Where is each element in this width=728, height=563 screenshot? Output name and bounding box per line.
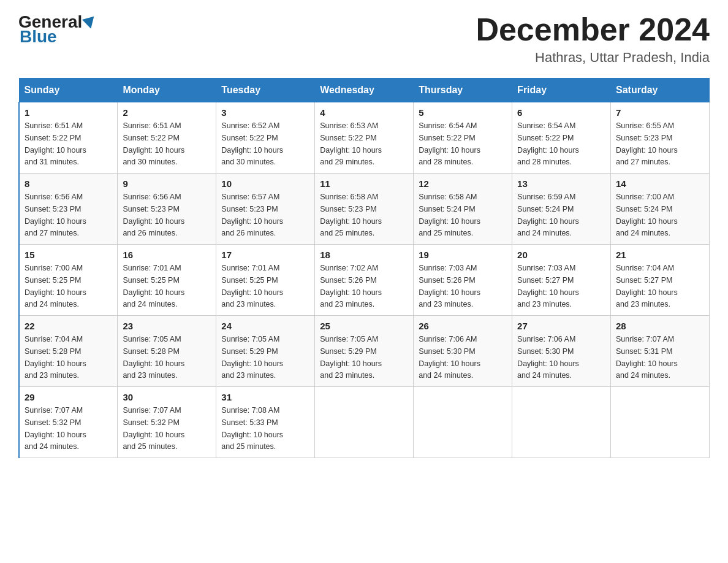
day-info: Sunrise: 7:07 AMSunset: 5:31 PMDaylight:…: [616, 335, 678, 380]
day-number: 9: [123, 178, 211, 189]
table-row: 9 Sunrise: 6:56 AMSunset: 5:23 PMDayligh…: [118, 174, 216, 245]
day-number: 21: [616, 250, 704, 260]
day-number: 18: [320, 250, 408, 260]
table-row: 4 Sunrise: 6:53 AMSunset: 5:22 PMDayligh…: [315, 102, 414, 174]
day-info: Sunrise: 6:58 AMSunset: 5:23 PMDaylight:…: [320, 193, 382, 237]
table-row: 18 Sunrise: 7:02 AMSunset: 5:26 PMDaylig…: [315, 245, 414, 316]
table-row: 24 Sunrise: 7:05 AMSunset: 5:29 PMDaylig…: [216, 316, 315, 387]
calendar-table: Sunday Monday Tuesday Wednesday Thursday…: [18, 78, 710, 458]
day-number: 10: [221, 178, 309, 189]
table-row: 12 Sunrise: 6:58 AMSunset: 5:24 PMDaylig…: [414, 174, 512, 245]
day-number: 26: [419, 321, 507, 331]
day-number: 31: [221, 392, 309, 402]
day-number: 19: [419, 250, 507, 260]
day-info: Sunrise: 7:05 AMSunset: 5:28 PMDaylight:…: [123, 335, 184, 380]
day-info: Sunrise: 7:04 AMSunset: 5:27 PMDaylight:…: [616, 264, 678, 308]
day-info: Sunrise: 6:51 AMSunset: 5:22 PMDaylight:…: [123, 121, 184, 166]
table-row: [512, 387, 611, 458]
table-row: 6 Sunrise: 6:54 AMSunset: 5:22 PMDayligh…: [512, 102, 611, 174]
day-number: 8: [25, 178, 112, 189]
day-number: 25: [320, 321, 408, 331]
day-info: Sunrise: 6:56 AMSunset: 5:23 PMDaylight:…: [123, 193, 184, 237]
day-number: 15: [25, 250, 112, 260]
day-number: 13: [517, 178, 605, 189]
table-row: 8 Sunrise: 6:56 AMSunset: 5:23 PMDayligh…: [19, 174, 118, 245]
table-row: 29 Sunrise: 7:07 AMSunset: 5:32 PMDaylig…: [19, 387, 118, 458]
table-row: 30 Sunrise: 7:07 AMSunset: 5:32 PMDaylig…: [118, 387, 216, 458]
table-row: 3 Sunrise: 6:52 AMSunset: 5:22 PMDayligh…: [216, 102, 315, 174]
day-info: Sunrise: 7:01 AMSunset: 5:25 PMDaylight:…: [123, 264, 184, 308]
day-info: Sunrise: 7:03 AMSunset: 5:27 PMDaylight:…: [517, 264, 579, 308]
table-row: 22 Sunrise: 7:04 AMSunset: 5:28 PMDaylig…: [19, 316, 118, 387]
header-thursday: Thursday: [414, 79, 512, 102]
header-sunday: Sunday: [19, 79, 118, 102]
day-info: Sunrise: 7:01 AMSunset: 5:25 PMDaylight:…: [221, 264, 283, 308]
table-row: 16 Sunrise: 7:01 AMSunset: 5:25 PMDaylig…: [118, 245, 216, 316]
day-number: 17: [221, 250, 309, 260]
month-title: December 2024: [476, 12, 710, 47]
day-info: Sunrise: 7:08 AMSunset: 5:33 PMDaylight:…: [221, 406, 283, 451]
table-row: 1 Sunrise: 6:51 AMSunset: 5:22 PMDayligh…: [19, 102, 118, 174]
location-title: Hathras, Uttar Pradesh, India: [476, 50, 710, 66]
table-row: 2 Sunrise: 6:51 AMSunset: 5:22 PMDayligh…: [118, 102, 216, 174]
day-number: 16: [123, 250, 211, 260]
table-row: 26 Sunrise: 7:06 AMSunset: 5:30 PMDaylig…: [414, 316, 512, 387]
header-saturday: Saturday: [611, 79, 710, 102]
day-info: Sunrise: 6:56 AMSunset: 5:23 PMDaylight:…: [25, 193, 86, 237]
header-tuesday: Tuesday: [216, 79, 315, 102]
table-row: 23 Sunrise: 7:05 AMSunset: 5:28 PMDaylig…: [118, 316, 216, 387]
table-row: 17 Sunrise: 7:01 AMSunset: 5:25 PMDaylig…: [216, 245, 315, 316]
day-number: 27: [517, 321, 605, 331]
day-info: Sunrise: 6:53 AMSunset: 5:22 PMDaylight:…: [320, 121, 382, 166]
day-number: 2: [123, 107, 211, 118]
day-info: Sunrise: 7:05 AMSunset: 5:29 PMDaylight:…: [320, 335, 382, 380]
day-number: 4: [320, 107, 408, 118]
day-number: 6: [517, 107, 605, 118]
day-info: Sunrise: 6:52 AMSunset: 5:22 PMDaylight:…: [221, 121, 283, 166]
table-row: 10 Sunrise: 6:57 AMSunset: 5:23 PMDaylig…: [216, 174, 315, 245]
day-number: 1: [25, 107, 112, 118]
day-info: Sunrise: 7:04 AMSunset: 5:28 PMDaylight:…: [25, 335, 86, 380]
header-monday: Monday: [118, 79, 216, 102]
day-info: Sunrise: 7:05 AMSunset: 5:29 PMDaylight:…: [221, 335, 283, 380]
calendar-week-row: 1 Sunrise: 6:51 AMSunset: 5:22 PMDayligh…: [19, 102, 710, 174]
day-number: 24: [221, 321, 309, 331]
table-row: 28 Sunrise: 7:07 AMSunset: 5:31 PMDaylig…: [611, 316, 710, 387]
header-friday: Friday: [512, 79, 611, 102]
table-row: 20 Sunrise: 7:03 AMSunset: 5:27 PMDaylig…: [512, 245, 611, 316]
calendar-week-row: 15 Sunrise: 7:00 AMSunset: 5:25 PMDaylig…: [19, 245, 710, 316]
day-number: 7: [616, 107, 704, 118]
table-row: 31 Sunrise: 7:08 AMSunset: 5:33 PMDaylig…: [216, 387, 315, 458]
table-row: 19 Sunrise: 7:03 AMSunset: 5:26 PMDaylig…: [414, 245, 512, 316]
day-info: Sunrise: 6:51 AMSunset: 5:22 PMDaylight:…: [25, 121, 86, 166]
day-info: Sunrise: 7:00 AMSunset: 5:24 PMDaylight:…: [616, 193, 678, 237]
table-row: 14 Sunrise: 7:00 AMSunset: 5:24 PMDaylig…: [611, 174, 710, 245]
day-info: Sunrise: 6:54 AMSunset: 5:22 PMDaylight:…: [517, 121, 579, 166]
calendar-header-row: Sunday Monday Tuesday Wednesday Thursday…: [19, 79, 710, 102]
day-number: 29: [25, 392, 112, 402]
table-row: [315, 387, 414, 458]
table-row: [414, 387, 512, 458]
table-row: 21 Sunrise: 7:04 AMSunset: 5:27 PMDaylig…: [611, 245, 710, 316]
day-info: Sunrise: 7:06 AMSunset: 5:30 PMDaylight:…: [517, 335, 579, 380]
header-wednesday: Wednesday: [315, 79, 414, 102]
table-row: 7 Sunrise: 6:55 AMSunset: 5:23 PMDayligh…: [611, 102, 710, 174]
logo-triangle-icon: [82, 17, 97, 31]
day-number: 14: [616, 178, 704, 189]
day-info: Sunrise: 7:02 AMSunset: 5:26 PMDaylight:…: [320, 264, 382, 308]
table-row: [611, 387, 710, 458]
day-number: 11: [320, 178, 408, 189]
logo: General Blue: [18, 12, 96, 47]
day-number: 12: [419, 178, 507, 189]
day-info: Sunrise: 7:00 AMSunset: 5:25 PMDaylight:…: [25, 264, 86, 308]
day-number: 30: [123, 392, 211, 402]
day-info: Sunrise: 6:59 AMSunset: 5:24 PMDaylight:…: [517, 193, 579, 237]
table-row: 27 Sunrise: 7:06 AMSunset: 5:30 PMDaylig…: [512, 316, 611, 387]
logo-blue: Blue: [20, 27, 57, 47]
day-info: Sunrise: 6:58 AMSunset: 5:24 PMDaylight:…: [419, 193, 480, 237]
day-info: Sunrise: 6:57 AMSunset: 5:23 PMDaylight:…: [221, 193, 283, 237]
page-header: General Blue December 2024 Hathras, Utta…: [18, 12, 710, 66]
day-info: Sunrise: 6:54 AMSunset: 5:22 PMDaylight:…: [419, 121, 480, 166]
day-info: Sunrise: 7:06 AMSunset: 5:30 PMDaylight:…: [419, 335, 480, 380]
day-number: 3: [221, 107, 309, 118]
